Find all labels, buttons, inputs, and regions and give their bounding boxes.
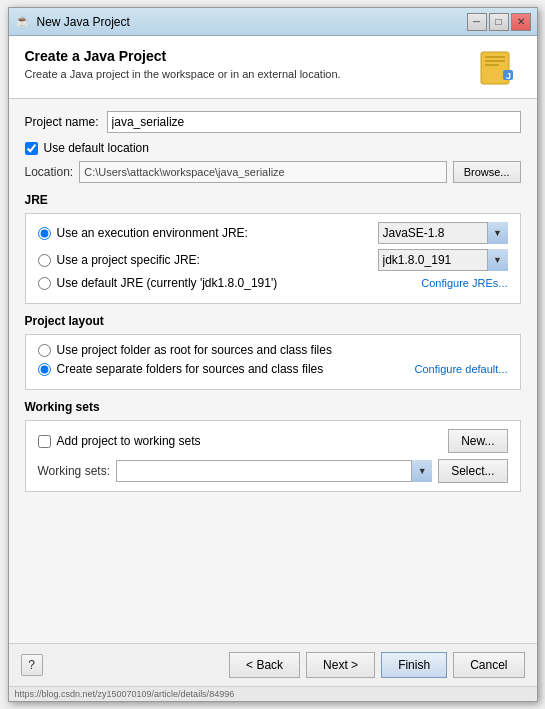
dialog-description: Create a Java project in the workspace o… [25, 68, 341, 80]
url-bar: https://blog.csdn.net/zy150070109/articl… [9, 686, 537, 701]
jre-specific-dropdown[interactable]: jdk1.8.0_191 [378, 249, 508, 271]
jre-specific-radio[interactable] [38, 254, 51, 267]
svg-rect-1 [485, 56, 505, 58]
maximize-button[interactable]: □ [489, 13, 509, 31]
jre-option2-row: Use a project specific JRE: jdk1.8.0_191 [38, 249, 508, 271]
project-name-label: Project name: [25, 115, 99, 129]
back-button[interactable]: < Back [229, 652, 300, 678]
help-button[interactable]: ? [21, 654, 43, 676]
jre-section: Use an execution environment JRE: JavaSE… [25, 213, 521, 304]
new-working-set-button[interactable]: New... [448, 429, 507, 453]
project-name-input[interactable] [107, 111, 521, 133]
jre-option1-label[interactable]: Use an execution environment JRE: [57, 226, 372, 240]
layout-option2-label[interactable]: Create separate folders for sources and … [57, 362, 324, 376]
footer-left: ? [21, 654, 43, 676]
dialog-content: Create a Java Project Create a Java proj… [9, 36, 537, 643]
working-sets-dropdown[interactable] [116, 460, 432, 482]
layout-separate-folders-radio[interactable] [38, 363, 51, 376]
working-sets-dropdown-wrapper [116, 460, 432, 482]
add-to-working-sets-row: Add project to working sets New... [38, 429, 508, 453]
dialog-heading: Create a Java Project [25, 48, 341, 64]
header-icon: J [473, 48, 521, 88]
jre-option3-row: Use default JRE (currently 'jdk1.8.0_191… [38, 276, 508, 290]
window-icon: ☕ [15, 14, 31, 30]
new-java-project-dialog: ☕ New Java Project ─ □ ✕ Create a Java P… [8, 7, 538, 702]
jre-section-header: JRE [25, 193, 521, 207]
use-default-location-checkbox[interactable] [25, 142, 38, 155]
working-sets-input-row: Working sets: Select... [38, 459, 508, 483]
layout-project-folder-radio[interactable] [38, 344, 51, 357]
project-layout-section: Use project folder as root for sources a… [25, 334, 521, 390]
working-sets-section: Add project to working sets New... Worki… [25, 420, 521, 492]
header-text: Create a Java Project Create a Java proj… [25, 48, 341, 80]
footer-buttons: < Back Next > Finish Cancel [229, 652, 524, 678]
location-row: Location: Browse... [25, 161, 521, 183]
layout-option1-row: Use project folder as root for sources a… [38, 343, 508, 357]
working-sets-header: Working sets [25, 400, 521, 414]
close-button[interactable]: ✕ [511, 13, 531, 31]
jre-env-dropdown[interactable]: JavaSE-1.8 JavaSE-11 JavaSE-17 [378, 222, 508, 244]
location-input[interactable] [79, 161, 446, 183]
title-bar: ☕ New Java Project ─ □ ✕ [9, 8, 537, 36]
dialog-body: Project name: Use default location Locat… [9, 99, 537, 643]
finish-button[interactable]: Finish [381, 652, 447, 678]
add-working-sets-label[interactable]: Add project to working sets [57, 434, 201, 448]
cancel-button[interactable]: Cancel [453, 652, 524, 678]
jre-env-dropdown-wrapper: JavaSE-1.8 JavaSE-11 JavaSE-17 [378, 222, 508, 244]
jre-execution-env-radio[interactable] [38, 227, 51, 240]
window-controls: ─ □ ✕ [467, 13, 531, 31]
jre-default-radio[interactable] [38, 277, 51, 290]
jre-specific-dropdown-wrapper: jdk1.8.0_191 [378, 249, 508, 271]
use-default-location-label[interactable]: Use default location [44, 141, 149, 155]
dialog-footer: ? < Back Next > Finish Cancel [9, 643, 537, 686]
layout-option1-label[interactable]: Use project folder as root for sources a… [57, 343, 508, 357]
svg-rect-3 [485, 64, 499, 66]
add-working-sets-checkbox[interactable] [38, 435, 51, 448]
working-sets-input-label: Working sets: [38, 464, 110, 478]
minimize-button[interactable]: ─ [467, 13, 487, 31]
window-title: New Java Project [37, 15, 467, 29]
default-location-row: Use default location [25, 141, 521, 155]
dialog-header: Create a Java Project Create a Java proj… [9, 36, 537, 99]
select-working-set-button[interactable]: Select... [438, 459, 507, 483]
location-label: Location: [25, 165, 74, 179]
next-button[interactable]: Next > [306, 652, 375, 678]
project-layout-header: Project layout [25, 314, 521, 328]
browse-button[interactable]: Browse... [453, 161, 521, 183]
jre-option3-label[interactable]: Use default JRE (currently 'jdk1.8.0_191… [57, 276, 278, 290]
configure-jres-link[interactable]: Configure JREs... [421, 277, 507, 289]
jre-option2-label[interactable]: Use a project specific JRE: [57, 253, 372, 267]
configure-default-link[interactable]: Configure default... [415, 363, 508, 375]
layout-option2-row: Create separate folders for sources and … [38, 362, 508, 376]
url-text: https://blog.csdn.net/zy150070109/articl… [15, 689, 235, 699]
svg-text:J: J [506, 71, 511, 81]
jre-option1-row: Use an execution environment JRE: JavaSE… [38, 222, 508, 244]
project-name-row: Project name: [25, 111, 521, 133]
svg-rect-2 [485, 60, 505, 62]
